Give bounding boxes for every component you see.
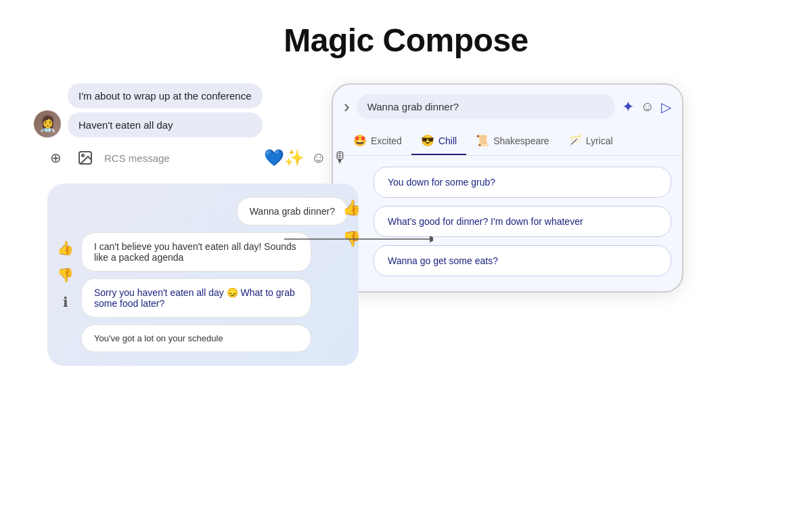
right-suggestion-3[interactable]: Wanna go get some eats? [374, 245, 671, 276]
add-icon[interactable]: ⊕ [45, 147, 66, 169]
input-bar: ⊕ RCS message 💙✨ ☺ 🎙 [34, 140, 359, 175]
excited-label: Excited [371, 135, 402, 146]
right-suggestions: 👍 👎 You down for some grub? What's good … [333, 156, 682, 291]
thumbs-down-icon[interactable]: 👎 [57, 267, 74, 283]
suggestion-sent[interactable]: Wanna grab dinner? [237, 197, 348, 226]
svg-point-1 [82, 154, 84, 156]
suggestion-bubble-3[interactable]: You've got a lot on your schedule [81, 324, 311, 352]
phone-input-field[interactable]: Wanna grab dinner? [357, 94, 615, 119]
info-icon[interactable]: ℹ [63, 294, 68, 310]
magic-pencil-icon[interactable]: ✦ [622, 98, 634, 116]
left-panel: 👩‍⚕️ I'm about to wrap up at the confere… [34, 83, 359, 366]
phone-header-icons: ✦ ☺ ▷ [622, 98, 671, 116]
thumbs-up-icon[interactable]: 👍 [57, 240, 74, 256]
chill-label: Chill [438, 135, 457, 146]
emoji-compose-icon[interactable]: ☺ [641, 99, 654, 114]
suggestion-bubble-1[interactable]: I can't believe you haven't eaten all da… [81, 232, 311, 272]
suggestion-card-left: 👍 👎 ℹ Wanna grab dinner? I can't believe… [47, 184, 359, 366]
tab-lyrical[interactable]: 🪄 Lyrical [559, 129, 623, 155]
chat-bubble-1: I'm about to wrap up at the conference [68, 83, 263, 108]
right-side-icons: 👍 👎 [342, 199, 361, 248]
tab-shakespeare[interactable]: 📜 Shakespeare [466, 129, 559, 155]
emoji-icon[interactable]: ☺ [311, 149, 326, 167]
page-title: Magic Compose [284, 22, 528, 59]
chill-emoji: 😎 [421, 134, 434, 147]
right-thumbs-up-icon[interactable]: 👍 [342, 199, 361, 217]
right-suggestion-2[interactable]: What's good for dinner? I'm down for wha… [374, 206, 671, 237]
tab-chill[interactable]: 😎 Chill [411, 129, 466, 155]
right-thumbs-down-icon[interactable]: 👎 [342, 230, 361, 248]
phone-header: › Wanna grab dinner? ✦ ☺ ▷ [333, 85, 682, 126]
shakespeare-label: Shakespeare [493, 135, 549, 146]
card-left-icons: 👍 👎 ℹ [57, 240, 74, 310]
right-suggestion-1[interactable]: You down for some grub? [374, 167, 671, 198]
received-bubbles: I'm about to wrap up at the conference H… [68, 83, 263, 137]
left-suggestion-bubbles: Wanna grab dinner? I can't believe you h… [81, 197, 348, 352]
suggestion-bubble-2[interactable]: Sorry you haven't eaten all day 😞 What t… [81, 278, 311, 318]
phone-frame: › Wanna grab dinner? ✦ ☺ ▷ 🤩 Excited 😎 C… [332, 83, 683, 293]
main-content: 👩‍⚕️ I'm about to wrap up at the confere… [34, 83, 778, 366]
lyrical-emoji: 🪄 [568, 134, 582, 147]
avatar-row: 👩‍⚕️ I'm about to wrap up at the confere… [34, 83, 359, 137]
image-icon[interactable] [74, 147, 96, 169]
avatar-image: 👩‍⚕️ [34, 110, 61, 137]
right-panel: › Wanna grab dinner? ✦ ☺ ▷ 🤩 Excited 😎 C… [332, 83, 683, 293]
avatar: 👩‍⚕️ [34, 110, 61, 137]
lyrical-label: Lyrical [586, 135, 613, 146]
rcs-input[interactable]: RCS message [104, 152, 256, 164]
magic-heart-icon[interactable]: 💙✨ [264, 148, 304, 167]
shakespeare-emoji: 📜 [476, 134, 489, 147]
tone-tabs: 🤩 Excited 😎 Chill 📜 Shakespeare 🪄 Lyrica… [333, 126, 682, 156]
send-icon[interactable]: ▷ [661, 99, 671, 115]
chat-bubble-2: Haven't eaten all day [68, 112, 263, 137]
